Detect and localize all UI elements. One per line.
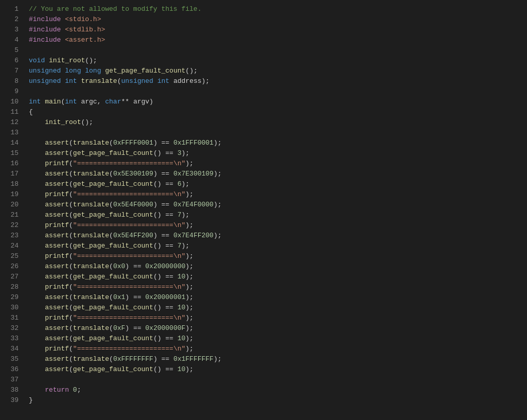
- code-line-26: assert(translate(0x0) == 0x20000000);: [29, 261, 527, 272]
- code-line-17: assert(translate(0x5E300109) == 0x7E3001…: [29, 169, 527, 179]
- ln-21: 21: [5, 210, 19, 220]
- ln-6: 6: [5, 56, 19, 66]
- code-line-21: assert(get_page_fault_count() == 7);: [29, 210, 527, 220]
- ln-18: 18: [5, 179, 19, 189]
- ln-23: 23: [5, 231, 19, 241]
- ln-20: 20: [5, 200, 19, 210]
- ln-29: 29: [5, 292, 19, 303]
- ln-1: 1: [5, 4, 19, 14]
- code-line-2: #include <stdio.h>: [29, 14, 527, 25]
- code-line-25: printf("========================\n");: [29, 251, 527, 261]
- code-line-8: unsigned int translate(unsigned int addr…: [29, 76, 527, 86]
- ln-30: 30: [5, 303, 19, 313]
- code-line-22: printf("========================\n");: [29, 220, 527, 231]
- line-numbers: 1 2 3 4 5 6 7 8 9 10 11 12 13 14 15 16 1…: [0, 4, 24, 416]
- ln-12: 12: [5, 117, 19, 128]
- code-line-1: // You are not allowed to modify this fi…: [29, 4, 527, 14]
- code-line-34: printf("========================\n");: [29, 344, 527, 354]
- ln-4: 4: [5, 35, 19, 45]
- code-line-24: assert(get_page_fault_count() == 7);: [29, 241, 527, 251]
- ln-39: 39: [5, 395, 19, 406]
- ln-15: 15: [5, 148, 19, 159]
- ln-32: 32: [5, 323, 19, 334]
- code-line-19: printf("========================\n");: [29, 189, 527, 200]
- code-text: // You are not allowed to modify this fi…: [24, 4, 527, 416]
- code-line-29: assert(translate(0x1) == 0x20000001);: [29, 292, 527, 303]
- code-line-38: return 0;: [29, 385, 527, 395]
- code-line-6: void init_root();: [29, 56, 527, 66]
- code-editor: 1 2 3 4 5 6 7 8 9 10 11 12 13 14 15 16 1…: [0, 0, 527, 420]
- code-line-7: unsigned long long get_page_fault_count(…: [29, 66, 527, 76]
- ln-14: 14: [5, 138, 19, 148]
- pp-include-2: #include: [29, 26, 61, 33]
- code-line-10: int main(int argc, char** argv): [29, 97, 527, 107]
- ln-22: 22: [5, 220, 19, 231]
- ln-13: 13: [5, 128, 19, 138]
- pp-include-3: #include: [29, 36, 61, 44]
- code-line-14: assert(translate(0xFFFF0001) == 0x1FFF00…: [29, 138, 527, 148]
- ln-34: 34: [5, 344, 19, 354]
- code-line-18: assert(get_page_fault_count() == 6);: [29, 179, 527, 189]
- code-line-3: #include <stdlib.h>: [29, 25, 527, 35]
- code-line-11: {: [29, 107, 527, 117]
- ln-37: 37: [5, 375, 19, 385]
- code-line-13: [29, 128, 527, 138]
- ln-8: 8: [5, 76, 19, 86]
- code-line-37: [29, 375, 527, 385]
- ln-24: 24: [5, 241, 19, 251]
- code-line-23: assert(translate(0x5E4FF200) == 0x7E4FF2…: [29, 231, 527, 241]
- ln-28: 28: [5, 282, 19, 292]
- code-line-9: [29, 86, 527, 97]
- ln-16: 16: [5, 159, 19, 169]
- ln-5: 5: [5, 45, 19, 56]
- ln-3: 3: [5, 25, 19, 35]
- code-line-39: }: [29, 395, 527, 406]
- comment-1: // You are not allowed to modify this fi…: [29, 5, 201, 13]
- ln-35: 35: [5, 354, 19, 364]
- code-line-30: assert(get_page_fault_count() == 10);: [29, 303, 527, 313]
- ln-31: 31: [5, 313, 19, 323]
- ln-26: 26: [5, 261, 19, 272]
- ln-9: 9: [5, 86, 19, 97]
- code-line-27: assert(get_page_fault_count() == 10);: [29, 272, 527, 282]
- ln-25: 25: [5, 251, 19, 261]
- ln-38: 38: [5, 385, 19, 395]
- ln-33: 33: [5, 334, 19, 344]
- code-line-31: printf("========================\n");: [29, 313, 527, 323]
- code-line-5: [29, 45, 527, 56]
- ln-19: 19: [5, 189, 19, 200]
- ln-2: 2: [5, 14, 19, 25]
- code-line-4: #include <assert.h>: [29, 35, 527, 45]
- ln-7: 7: [5, 66, 19, 76]
- code-line-20: assert(translate(0x5E4F0000) == 0x7E4F00…: [29, 200, 527, 210]
- ln-17: 17: [5, 169, 19, 179]
- code-line-12: init_root();: [29, 117, 527, 128]
- pp-include-1: #include: [29, 15, 61, 23]
- code-line-28: printf("========================\n");: [29, 282, 527, 292]
- ln-36: 36: [5, 364, 19, 375]
- ln-11: 11: [5, 107, 19, 117]
- ln-10: 10: [5, 97, 19, 107]
- code-line-32: assert(translate(0xF) == 0x2000000F);: [29, 323, 527, 334]
- code-line-33: assert(get_page_fault_count() == 10);: [29, 334, 527, 344]
- code-line-35: assert(translate(0xFFFFFFFF) == 0x1FFFFF…: [29, 354, 527, 364]
- code-line-16: printf("========================\n");: [29, 159, 527, 169]
- ln-27: 27: [5, 272, 19, 282]
- code-line-15: assert(get_page_fault_count() == 3);: [29, 148, 527, 159]
- code-line-36: assert(get_page_fault_count() == 10);: [29, 364, 527, 375]
